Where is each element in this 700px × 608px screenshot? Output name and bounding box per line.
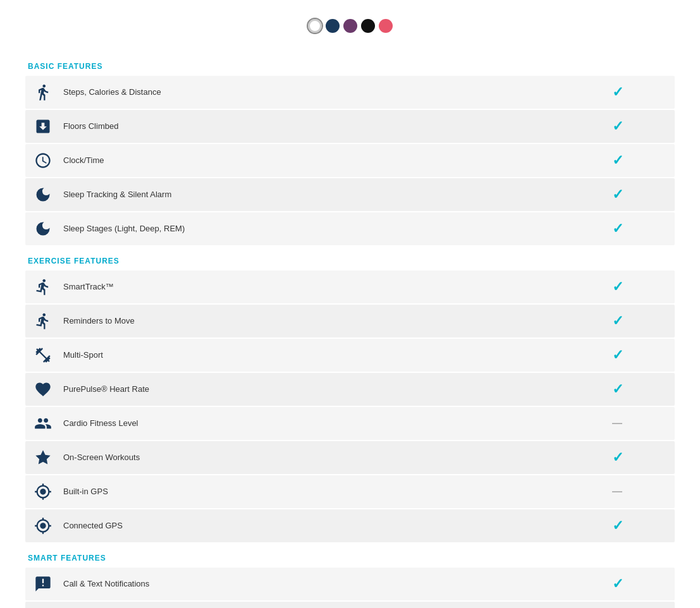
feature-label-exercise-4: Cardio Fitness Level	[61, 413, 586, 434]
feature-check-exercise-5: ✓	[586, 444, 649, 471]
checkmark-yes: ✓	[612, 84, 623, 100]
checkmark-yes: ✓	[612, 381, 623, 398]
feature-row-exercise-3: PurePulse® Heart Rate✓	[25, 373, 675, 406]
feature-row-exercise-6: Built-in GPS—	[25, 475, 675, 508]
checkmark-yes: ✓	[612, 449, 623, 466]
swatch-pink[interactable]	[379, 19, 393, 33]
feature-row-smart-0: Call & Text Notifications✓	[25, 568, 675, 600]
feature-label-basic-4: Sleep Stages (Light, Deep, REM)	[61, 219, 586, 240]
feature-label-smart-0: Call & Text Notifications	[61, 574, 586, 595]
feature-row-exercise-7: Connected GPS✓	[25, 509, 675, 542]
swatch-white[interactable]	[308, 19, 322, 33]
swatch-purple[interactable]	[343, 19, 357, 33]
svg-marker-0	[35, 450, 50, 464]
section-exercise: EXERCISE FEATURESSmartTrack™✓Reminders t…	[25, 246, 675, 542]
feature-icon-connectedgps	[25, 512, 61, 540]
section-basic: BASIC FEATURESSteps, Calories & Distance…	[25, 52, 675, 245]
feature-label-exercise-0: SmartTrack™	[61, 277, 586, 298]
feature-icon-calendar	[25, 604, 61, 608]
feature-icon-move	[25, 307, 61, 335]
feature-row-exercise-4: Cardio Fitness Level—	[25, 407, 675, 440]
feature-check-basic-0: ✓	[586, 79, 649, 106]
feature-icon-notifications	[25, 570, 61, 598]
section-header-smart: SMART FEATURES	[25, 544, 675, 568]
feature-icon-gps	[25, 478, 61, 506]
feature-check-basic-4: ✓	[586, 216, 649, 242]
feature-icon-heartrate	[25, 375, 61, 403]
feature-check-exercise-2: ✓	[586, 342, 649, 368]
feature-label-exercise-6: Built-in GPS	[61, 482, 586, 502]
feature-label-exercise-7: Connected GPS	[61, 516, 586, 537]
sections-container: BASIC FEATURESSteps, Calories & Distance…	[25, 52, 675, 608]
feature-icon-steps	[25, 78, 61, 106]
swatch-navy[interactable]	[326, 19, 340, 33]
feature-icon-sleep	[25, 181, 61, 209]
feature-row-basic-2: Clock/Time✓	[25, 144, 675, 177]
color-swatches	[25, 19, 675, 33]
product-header	[25, 19, 675, 33]
feature-row-exercise-0: SmartTrack™✓	[25, 271, 675, 303]
section-smart: SMART FEATURESCall & Text Notifications✓…	[25, 544, 675, 608]
feature-label-exercise-3: PurePulse® Heart Rate	[61, 379, 586, 400]
feature-check-basic-3: ✓	[586, 181, 649, 208]
feature-icon-cardio	[25, 410, 61, 437]
feature-icon-moon	[25, 215, 61, 243]
feature-row-basic-0: Steps, Calories & Distance✓	[25, 76, 675, 109]
feature-label-basic-2: Clock/Time	[61, 150, 586, 171]
page-container: BASIC FEATURESSteps, Calories & Distance…	[0, 0, 700, 608]
feature-check-exercise-1: ✓	[586, 308, 649, 334]
checkmark-yes: ✓	[612, 279, 623, 295]
feature-check-exercise-0: ✓	[586, 274, 649, 300]
feature-icon-multisport	[25, 341, 61, 369]
feature-check-exercise-6: —	[586, 481, 649, 502]
checkmark-yes: ✓	[612, 313, 623, 329]
checkmark-yes: ✓	[612, 186, 623, 203]
feature-label-basic-0: Steps, Calories & Distance	[61, 82, 586, 103]
feature-icon-clock	[25, 147, 61, 174]
checkmark-yes: ✓	[612, 518, 623, 534]
checkmark-no: —	[612, 486, 623, 497]
feature-check-exercise-4: —	[586, 413, 649, 434]
checkmark-yes: ✓	[612, 118, 623, 135]
feature-label-exercise-5: On-Screen Workouts	[61, 447, 586, 468]
feature-label-basic-1: Floors Climbed	[61, 116, 586, 137]
feature-row-smart-1: Calendar Alerts✓	[25, 602, 675, 608]
feature-label-basic-3: Sleep Tracking & Silent Alarm	[61, 185, 586, 205]
checkmark-yes: ✓	[612, 152, 623, 169]
feature-check-basic-1: ✓	[586, 113, 649, 140]
feature-icon-workouts	[25, 444, 61, 471]
checkmark-no: —	[612, 418, 623, 429]
feature-label-exercise-1: Reminders to Move	[61, 311, 586, 332]
feature-row-basic-4: Sleep Stages (Light, Deep, REM)✓	[25, 212, 675, 245]
feature-row-exercise-5: On-Screen Workouts✓	[25, 441, 675, 474]
feature-icon-floors	[25, 112, 61, 140]
feature-check-smart-0: ✓	[586, 571, 649, 597]
checkmark-yes: ✓	[612, 576, 623, 592]
feature-check-smart-1: ✓	[586, 605, 649, 608]
swatch-black[interactable]	[361, 19, 375, 33]
feature-icon-smarttrack	[25, 273, 61, 301]
feature-row-exercise-1: Reminders to Move✓	[25, 305, 675, 337]
checkmark-yes: ✓	[612, 221, 623, 237]
feature-row-exercise-2: Multi-Sport✓	[25, 339, 675, 372]
feature-label-exercise-2: Multi-Sport	[61, 345, 586, 366]
feature-row-basic-1: Floors Climbed✓	[25, 110, 675, 143]
feature-check-basic-2: ✓	[586, 147, 649, 174]
section-header-basic: BASIC FEATURES	[25, 52, 675, 76]
checkmark-yes: ✓	[612, 347, 623, 363]
feature-check-exercise-7: ✓	[586, 513, 649, 539]
feature-row-basic-3: Sleep Tracking & Silent Alarm✓	[25, 178, 675, 211]
section-header-exercise: EXERCISE FEATURES	[25, 246, 675, 271]
feature-check-exercise-3: ✓	[586, 376, 649, 403]
